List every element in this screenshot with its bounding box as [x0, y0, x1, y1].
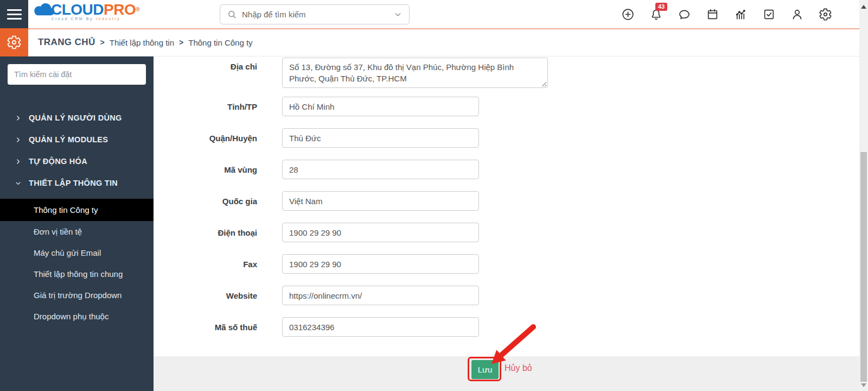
save-button[interactable]: Lưu [471, 360, 499, 379]
area-code-field[interactable] [282, 160, 479, 179]
sidebar-subitem-general-settings[interactable]: Thiết lập thông tin chung [0, 263, 154, 285]
sidebar-item-user-management[interactable]: QUẢN LÝ NGƯỜI DÙNG [0, 107, 154, 129]
scroll-down-arrow-icon[interactable] [861, 383, 866, 387]
top-icon-bar: 43 [621, 0, 832, 28]
province-field[interactable] [282, 97, 479, 116]
chat-icon [678, 8, 691, 21]
company-info-form-panel: Địa chỉ Số 13, Đường số 37, Khu đô thị V… [154, 56, 859, 391]
field-label-district: Quận/Huyện [154, 134, 257, 143]
address-field[interactable]: Số 13, Đường số 37, Khu đô thị Vạn Phúc,… [282, 58, 548, 88]
sidebar-item-module-management[interactable]: QUẢN LÝ MODULES [0, 129, 154, 150]
chevron-down-icon[interactable] [393, 10, 403, 19]
logo-tagline: Cloud CRM By Industry [52, 17, 121, 21]
cloudpro-logo: CLOUDPRO® Cloud CRM By Industry [33, 2, 139, 21]
user-icon [790, 8, 804, 21]
vertical-scrollbar[interactable] [859, 0, 868, 391]
breadcrumb-company-info[interactable]: Thông tin Công ty [188, 38, 252, 47]
calendar-icon [706, 8, 719, 21]
add-new-button[interactable] [621, 8, 635, 21]
field-label-phone: Điện thoại [154, 228, 257, 237]
tasks-button[interactable] [762, 8, 776, 21]
calendar-button[interactable] [706, 8, 719, 21]
country-field[interactable] [282, 191, 479, 211]
breadcrumb-home[interactable]: TRANG CHỦ [38, 37, 95, 48]
chevron-right-icon [15, 158, 22, 165]
breadcrumb-separator: > [179, 38, 183, 47]
task-check-icon [762, 8, 776, 21]
chevron-down-icon [15, 180, 22, 187]
field-label-tax-code: Mã số thuế [154, 323, 257, 332]
breadcrumb-bar: TRANG CHỦ > Thiết lập thông tin > Thông … [0, 28, 868, 56]
top-bar: CLOUDPRO® Cloud CRM By Industry 43 [0, 0, 868, 28]
district-field[interactable] [282, 128, 479, 148]
sidebar-subitem-currency[interactable]: Đơn vị tiền tệ [0, 221, 154, 242]
sidebar-nav: QUẢN LÝ NGƯỜI DÙNG QUẢN LÝ MODULES TỰ ĐỘ… [0, 107, 154, 327]
sidebar-subitem-company-info[interactable]: Thông tin Công ty [0, 199, 154, 221]
sidebar-item-label: THIẾT LẬP THÔNG TIN [29, 179, 118, 187]
registered-mark: ® [136, 7, 139, 12]
reports-button[interactable] [734, 8, 748, 21]
logo-text-cloud: CLOUD [51, 1, 104, 18]
field-label-province: Tỉnh/TP [154, 102, 257, 111]
settings-module-button[interactable] [0, 28, 28, 56]
user-profile-button[interactable] [790, 8, 804, 21]
sidebar-subitem-dropdown-values[interactable]: Giá trị trường Dropdown [0, 285, 154, 306]
cancel-button[interactable]: Hủy bỏ [505, 363, 532, 373]
tax-code-field[interactable] [282, 317, 479, 337]
gear-icon [7, 35, 22, 50]
information-setup-submenu: Thông tin Công ty Đơn vị tiền tệ Máy chủ… [0, 199, 154, 327]
sidebar-item-label: QUẢN LÝ MODULES [29, 135, 108, 144]
chevron-right-icon [15, 115, 22, 122]
sidebar-search-input[interactable] [8, 64, 146, 85]
field-label-website: Website [154, 291, 257, 300]
analytics-icon [734, 8, 748, 21]
notification-count-badge: 43 [655, 3, 667, 11]
settings-button[interactable] [819, 8, 832, 21]
breadcrumb-separator: > [100, 38, 105, 47]
phone-field[interactable] [282, 223, 479, 242]
sidebar-subitem-email-server[interactable]: Máy chủ gửi Email [0, 242, 154, 263]
field-label-country: Quốc gia [154, 197, 257, 206]
form-action-bar: Lưu Hủy bỏ [154, 356, 859, 391]
scrollbar-thumb[interactable] [860, 152, 867, 382]
sidebar-item-label: TỰ ĐỘNG HÓA [29, 157, 87, 166]
fax-field[interactable] [282, 254, 479, 274]
sidebar-item-information-setup[interactable]: THIẾT LẬP THÔNG TIN [0, 172, 154, 194]
search-icon [227, 9, 237, 20]
settings-sidebar: QUẢN LÝ NGƯỜI DÙNG QUẢN LÝ MODULES TỰ ĐỘ… [0, 56, 154, 391]
cloudpro-crm-app: CLOUDPRO® Cloud CRM By Industry 43 [0, 0, 868, 391]
field-label-address: Địa chỉ [154, 62, 257, 71]
field-label-area-code: Mã vùng [154, 165, 257, 174]
scroll-up-arrow-icon[interactable] [861, 5, 866, 9]
breadcrumb: TRANG CHỦ > Thiết lập thông tin > Thông … [38, 29, 253, 55]
company-info-form: Địa chỉ Số 13, Đường số 37, Khu đô thị V… [154, 58, 859, 349]
plus-circle-icon [621, 8, 635, 21]
logo-text-pro: PRO [104, 1, 136, 18]
notifications-button[interactable]: 43 [649, 8, 663, 21]
breadcrumb-settings[interactable]: Thiết lập thông tin [110, 38, 174, 47]
website-field[interactable] [282, 286, 479, 305]
sidebar-subitem-dependent-dropdown[interactable]: Dropdown phụ thuộc [0, 306, 154, 327]
messages-button[interactable] [678, 8, 691, 21]
chevron-right-icon [15, 136, 22, 143]
field-label-fax: Fax [154, 260, 257, 269]
sidebar-item-label: QUẢN LÝ NGƯỜI DÙNG [29, 113, 122, 122]
global-search-input[interactable] [242, 10, 388, 19]
hamburger-menu-button[interactable] [0, 0, 28, 28]
gear-icon [819, 8, 832, 21]
global-search-box [220, 4, 410, 24]
sidebar-item-automation[interactable]: TỰ ĐỘNG HÓA [0, 150, 154, 172]
